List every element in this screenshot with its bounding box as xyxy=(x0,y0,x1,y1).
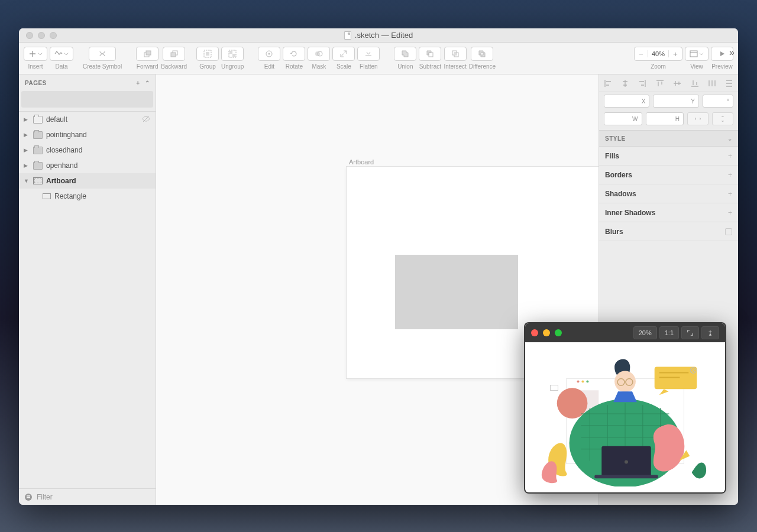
insert-button[interactable] xyxy=(24,47,47,61)
svg-point-30 xyxy=(625,460,628,464)
difference-button[interactable] xyxy=(471,47,493,61)
rectangle-shape[interactable] xyxy=(395,255,518,329)
svg-point-19 xyxy=(577,380,580,382)
preview-minimize-icon[interactable] xyxy=(543,329,550,336)
preview-zoom-value[interactable]: 20% xyxy=(633,326,657,339)
page-row-active[interactable] xyxy=(21,91,153,108)
filter-input[interactable]: Filter xyxy=(37,493,53,501)
align-top-icon[interactable] xyxy=(656,79,664,87)
svg-point-21 xyxy=(586,380,588,382)
toolbar: Insert Data Create Symbol Forward Backwa… xyxy=(19,43,738,74)
layer-pointinghand[interactable]: ▶pointinghand xyxy=(19,127,156,142)
artboard-icon xyxy=(33,177,43,184)
add-inner-shadow-icon[interactable]: + xyxy=(728,209,732,217)
blur-checkbox[interactable] xyxy=(725,228,732,235)
alignment-row xyxy=(599,74,738,92)
preview-illustration xyxy=(531,347,719,486)
flatten-button[interactable] xyxy=(357,47,380,61)
x-field[interactable]: X xyxy=(604,95,649,108)
distribute-v-icon[interactable] xyxy=(725,79,733,87)
create-symbol-button[interactable] xyxy=(89,47,116,61)
borders-row[interactable]: Borders+ xyxy=(599,166,738,184)
fills-row[interactable]: Fills+ xyxy=(599,147,738,166)
add-fill-icon[interactable]: + xyxy=(728,152,732,160)
forward-button[interactable] xyxy=(136,47,158,61)
rotate-button[interactable] xyxy=(283,47,305,61)
align-right-icon[interactable] xyxy=(638,79,646,87)
svg-rect-17 xyxy=(690,51,697,57)
align-left-icon[interactable] xyxy=(604,79,612,87)
preview-scale-button[interactable]: 1:1 xyxy=(659,326,679,339)
add-border-icon[interactable]: + xyxy=(728,171,732,179)
w-field[interactable]: W xyxy=(604,112,642,125)
zoom-control: − 40% + xyxy=(634,47,682,61)
ungroup-button[interactable] xyxy=(221,47,244,61)
preview-pin-icon[interactable] xyxy=(701,326,719,339)
folder-icon xyxy=(33,147,43,154)
zoom-out-button[interactable]: − xyxy=(635,47,648,60)
layers-list: ▶default ▶pointinghand ▶closedhand ▶open… xyxy=(19,111,156,488)
svg-rect-16 xyxy=(454,53,457,55)
hidden-icon[interactable] xyxy=(141,114,151,125)
h-field[interactable]: H xyxy=(646,112,684,125)
data-label: Data xyxy=(55,63,67,70)
svg-rect-7 xyxy=(229,51,232,54)
layer-openhand[interactable]: ▶openhand xyxy=(19,158,156,173)
blurs-row[interactable]: Blurs xyxy=(599,222,738,241)
window-title: .sketch — Edited xyxy=(355,31,413,40)
svg-rect-13 xyxy=(429,53,433,57)
zoom-in-button[interactable]: + xyxy=(669,47,682,60)
view-button[interactable] xyxy=(685,47,709,61)
flip-v-icon[interactable] xyxy=(712,112,733,125)
traffic-minimize[interactable] xyxy=(38,32,45,39)
svg-rect-3 xyxy=(171,53,176,57)
svg-rect-1 xyxy=(146,51,151,55)
union-button[interactable] xyxy=(394,47,416,61)
preview-window: 20% 1:1 xyxy=(525,323,725,492)
folder-icon xyxy=(33,116,43,124)
add-shadow-icon[interactable]: + xyxy=(728,190,732,198)
layers-panel: PAGES + ⌃ ▶default ▶pointinghand ▶closed… xyxy=(19,74,156,505)
flip-h-icon[interactable] xyxy=(687,112,709,125)
preview-close-icon[interactable] xyxy=(531,329,538,336)
shadows-row[interactable]: Shadows+ xyxy=(599,184,738,203)
y-field[interactable]: Y xyxy=(653,95,698,108)
create-symbol-label: Create Symbol xyxy=(83,63,122,70)
align-hcenter-icon[interactable] xyxy=(621,79,629,87)
filter-icon xyxy=(25,494,32,501)
inner-shadows-row[interactable]: Inner Shadows+ xyxy=(599,203,738,222)
preview-zoom-icon[interactable] xyxy=(555,329,562,336)
traffic-zoom[interactable] xyxy=(50,32,57,39)
artboard-title[interactable]: Artboard xyxy=(349,158,374,166)
traffic-close[interactable] xyxy=(26,32,33,39)
edit-button[interactable] xyxy=(258,47,280,61)
collapse-pages-icon[interactable]: ⌃ xyxy=(145,80,150,86)
align-vcenter-icon[interactable] xyxy=(673,79,681,87)
zoom-value: 40% xyxy=(648,50,669,57)
insert-label: Insert xyxy=(28,63,43,70)
titlebar: .sketch — Edited xyxy=(19,28,738,43)
angle-field[interactable]: ° xyxy=(703,95,733,108)
preview-fit-icon[interactable] xyxy=(681,326,699,339)
add-page-icon[interactable]: + xyxy=(136,80,140,86)
folder-icon xyxy=(33,131,43,139)
rectangle-icon xyxy=(43,193,51,199)
toolbar-overflow-icon[interactable]: » xyxy=(729,47,735,58)
intersect-button[interactable] xyxy=(444,47,467,61)
layer-default[interactable]: ▶default xyxy=(19,112,156,127)
layer-rectangle[interactable]: Rectangle xyxy=(19,189,156,204)
data-button[interactable] xyxy=(50,47,73,61)
align-bottom-icon[interactable] xyxy=(691,79,699,87)
scale-button[interactable] xyxy=(332,47,355,61)
subtract-button[interactable] xyxy=(419,47,441,61)
layer-closedhand[interactable]: ▶closedhand xyxy=(19,142,156,158)
layer-artboard[interactable]: ▼Artboard xyxy=(19,173,156,189)
preview-titlebar[interactable]: 20% 1:1 xyxy=(525,323,725,342)
distribute-h-icon[interactable] xyxy=(708,79,716,87)
svg-rect-5 xyxy=(206,52,209,56)
style-section-header[interactable]: STYLE ⌄ xyxy=(599,130,738,147)
group-button[interactable] xyxy=(196,47,219,61)
backward-button[interactable] xyxy=(163,47,185,61)
chevron-down-icon: ⌄ xyxy=(727,135,733,142)
mask-button[interactable] xyxy=(308,47,330,61)
